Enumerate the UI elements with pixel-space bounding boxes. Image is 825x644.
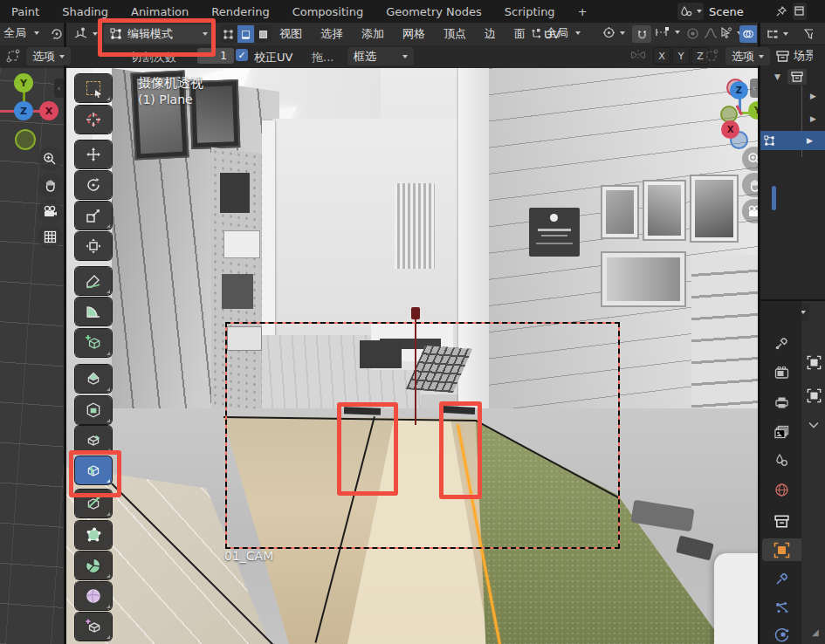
outliner-scrollbar[interactable] xyxy=(772,186,776,210)
menu-add[interactable]: 添加 xyxy=(360,26,386,42)
snap-toggle-button[interactable] xyxy=(632,25,651,43)
tab-scene[interactable] xyxy=(773,452,790,469)
camera-frame-dashes xyxy=(225,322,620,549)
editor-type-button[interactable] xyxy=(73,26,98,41)
tool-options-icon[interactable] xyxy=(5,48,21,64)
tool-smooth[interactable] xyxy=(75,582,112,610)
menu-view[interactable]: 视图 xyxy=(278,26,304,42)
workspace-tab-compositing[interactable]: Compositing xyxy=(281,0,375,23)
tool-cursor[interactable] xyxy=(75,106,112,134)
region-collapse-arrow[interactable]: ‹ xyxy=(750,79,758,98)
workspace-tab-geometry-nodes[interactable]: Geometry Nodes xyxy=(375,0,493,23)
mirror-x-button[interactable]: X xyxy=(653,47,670,65)
disclosure-collapsed-icon[interactable]: ▶ xyxy=(810,114,816,123)
disclosure-collapsed-icon[interactable]: ▶ xyxy=(807,136,813,145)
tool-move[interactable] xyxy=(75,140,112,168)
mirror-y-button[interactable]: Y xyxy=(672,47,690,65)
outliner-object-row[interactable]: ▶ xyxy=(760,87,825,105)
scene-name-field[interactable]: Scene xyxy=(709,5,770,18)
panel-expand-chevron[interactable] xyxy=(808,421,819,428)
tool-scale[interactable] xyxy=(75,202,112,230)
face-select-button[interactable] xyxy=(255,25,272,43)
scene-datablock-icon[interactable] xyxy=(677,3,704,20)
perspective-toggle-icon[interactable] xyxy=(38,224,62,249)
left-viewport-options-dropdown[interactable]: 选项 xyxy=(26,47,71,65)
menu-face[interactable]: 面 xyxy=(512,26,527,42)
filter-icon[interactable] xyxy=(804,28,813,40)
pin-icon[interactable] xyxy=(775,5,787,17)
tool-inset-faces[interactable] xyxy=(75,396,112,424)
camera-frame[interactable] xyxy=(225,322,620,549)
tool-select-box[interactable] xyxy=(75,74,112,102)
tool-extrude-region[interactable] xyxy=(75,365,112,393)
proportional-options-icon[interactable] xyxy=(704,48,719,64)
workspace-tab-paint[interactable]: Paint xyxy=(0,0,51,23)
tool-transform[interactable] xyxy=(75,232,112,260)
camera-name-label: 01_CAM xyxy=(224,549,273,563)
workspace-tab-scripting[interactable]: Scripting xyxy=(493,0,567,23)
add-workspace-button[interactable]: + xyxy=(567,0,599,23)
zoom-icon[interactable] xyxy=(38,147,62,171)
tab-world[interactable] xyxy=(773,481,790,498)
overlays-toggle-button[interactable] xyxy=(739,25,757,43)
proportional-edit-toggle[interactable] xyxy=(686,27,699,40)
tab-physics[interactable] xyxy=(773,626,790,643)
axis-x-ball[interactable]: X xyxy=(721,120,739,139)
object-breadcrumb-icon[interactable] xyxy=(807,388,822,403)
outliner-collection-row[interactable]: ▼ xyxy=(760,68,825,86)
tab-output[interactable] xyxy=(773,394,790,411)
axis-y-ball[interactable]: Y xyxy=(14,73,33,92)
tab-modifiers[interactable] xyxy=(773,570,790,587)
axis-z-ball[interactable]: Z xyxy=(730,81,748,99)
tool-edge-slide[interactable] xyxy=(75,613,112,641)
axis-y-neg-ball[interactable] xyxy=(15,129,36,150)
pan-hand-icon[interactable] xyxy=(38,173,62,197)
edge-select-button[interactable] xyxy=(237,25,254,43)
tab-tool[interactable] xyxy=(773,334,790,352)
tab-collection[interactable] xyxy=(773,512,790,530)
disclosure-collapsed-icon[interactable]: ▶ xyxy=(810,92,816,100)
tab-view-layer[interactable] xyxy=(773,423,790,441)
left-viewport-orientation[interactable]: 全局 xyxy=(3,25,39,41)
tool-measure[interactable] xyxy=(75,298,112,325)
axis-z-ball[interactable]: Z xyxy=(14,101,33,120)
correct-uv-checkbox[interactable]: ✓ xyxy=(236,49,248,61)
region-select-dropdown[interactable]: 框选 xyxy=(347,47,414,65)
tool-rotate[interactable] xyxy=(75,171,112,199)
object-breadcrumb-icon[interactable] xyxy=(807,355,822,370)
tool-poly-build[interactable] xyxy=(75,521,112,549)
tool-spin[interactable] xyxy=(75,552,112,579)
menu-vertex[interactable]: 顶点 xyxy=(442,26,468,42)
axis-x-ball[interactable]: X xyxy=(39,101,58,120)
outliner-object-row[interactable]: ▶ xyxy=(760,110,825,127)
pivot-point-dropdown[interactable] xyxy=(602,26,625,39)
menu-select[interactable]: 选择 xyxy=(319,26,345,42)
outliner-scene-collection-row[interactable]: 场景 xyxy=(760,47,825,65)
tool-options-dropdown[interactable]: 选项 xyxy=(725,47,770,65)
select-mode-group xyxy=(220,25,272,43)
tool-add-cube[interactable] xyxy=(75,329,112,357)
snap-target-dropdown[interactable] xyxy=(655,26,680,38)
menu-mesh[interactable]: 网格 xyxy=(401,26,427,42)
camera-view-icon[interactable] xyxy=(38,199,62,223)
outliner-active-object-row[interactable]: ▶ xyxy=(760,131,825,150)
region-collapse-arrow[interactable]: ‹ xyxy=(54,79,64,98)
tab-render[interactable] xyxy=(773,364,790,381)
resize-grip[interactable]: ◢ xyxy=(812,627,819,637)
tool-annotate[interactable] xyxy=(75,267,112,295)
transform-orientation-dropdown[interactable]: 全局 xyxy=(531,25,581,41)
tab-particles[interactable] xyxy=(773,599,790,616)
window-icon[interactable] xyxy=(793,3,807,20)
orientation-cycle-icon[interactable] xyxy=(50,27,64,41)
disclosure-expanded-icon[interactable]: ▼ xyxy=(774,72,780,81)
menu-edge[interactable]: 边 xyxy=(483,26,498,42)
properties-tab-column xyxy=(760,301,801,644)
main-viewport-canvas[interactable]: 01_CAM 摄像机透视 (1) Plane Z Y X xyxy=(66,68,758,644)
vertex-select-button[interactable] xyxy=(220,25,237,43)
secondary-viewport[interactable]: Y Z X ‹ xyxy=(0,68,64,644)
scene-display-case xyxy=(601,251,686,307)
tab-object-active[interactable] xyxy=(762,538,801,561)
scene-slat-screen xyxy=(395,183,435,269)
mirror-icon[interactable] xyxy=(630,48,646,62)
outliner-display-mode-dropdown[interactable] xyxy=(766,28,788,40)
